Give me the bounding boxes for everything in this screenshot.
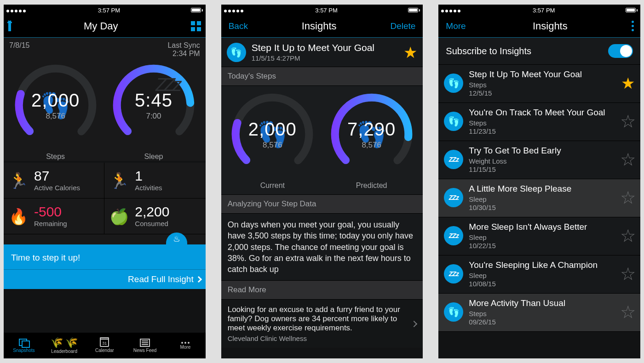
gauge-current: 👣2,0008,576 Current bbox=[229, 91, 316, 190]
insight-item-date: 09/26/15 bbox=[469, 318, 615, 326]
screen-insights-list: 3:57 PM More Insights Subscribe to Insig… bbox=[438, 5, 640, 358]
runner-icon: 🏃 bbox=[8, 171, 29, 190]
sync-time: 2:34 PM bbox=[172, 50, 200, 57]
section-read-more: Read More bbox=[221, 280, 423, 300]
bulb-icon: ♨ bbox=[173, 234, 180, 244]
insight-list-item[interactable]: ZZzTry To Get To Bed EarlyWeight Loss11/… bbox=[438, 141, 640, 179]
inbox-button[interactable] bbox=[8, 22, 11, 30]
grid-icon bbox=[191, 21, 201, 31]
predicted-goal: 8,576 bbox=[362, 141, 381, 150]
star-button[interactable]: ★ bbox=[621, 304, 635, 320]
tab-leaderboard[interactable]: 🌾 🌾Leaderboard bbox=[44, 333, 85, 358]
active-calories-value: 87 bbox=[34, 169, 80, 183]
battery-icon bbox=[191, 8, 203, 12]
insight-list-item[interactable]: ZZzMore Sleep Isn't Always BetterSleep10… bbox=[438, 217, 640, 255]
remaining-value: -500 bbox=[34, 205, 67, 219]
stat-consumed[interactable]: 🍏2,200Consumed bbox=[104, 199, 205, 234]
tab-news-label: News Feed bbox=[133, 348, 157, 353]
insight-item-title: More Activity Than Usual bbox=[469, 298, 615, 308]
insight-item-date: 12/5/15 bbox=[469, 89, 615, 97]
signal-dots-icon bbox=[224, 7, 245, 14]
sleep-badge-icon: ZZz bbox=[444, 226, 463, 245]
section-analyzing: Analyzing Your Step Data bbox=[221, 194, 423, 214]
banner-text: Time to step it up! bbox=[11, 253, 80, 262]
stat-activities[interactable]: 🏃1Activities bbox=[104, 163, 205, 199]
nav-title: My Day bbox=[84, 20, 118, 32]
remaining-label: Remaining bbox=[34, 220, 67, 227]
steps-badge-icon bbox=[444, 112, 463, 131]
insight-date: 11/5/15 4:27PM bbox=[252, 54, 404, 62]
status-time: 3:57 PM bbox=[98, 7, 120, 14]
tab-more[interactable]: More bbox=[165, 333, 206, 358]
active-calories-label: Active Calories bbox=[34, 184, 80, 192]
stat-remaining[interactable]: 🔥-500Remaining bbox=[4, 199, 104, 234]
read-full-insight-button[interactable]: Read Full Insight bbox=[4, 269, 206, 289]
read-more-source: Cleveland Clinic Wellness bbox=[228, 335, 407, 342]
stat-active-calories[interactable]: 🏃87Active Calories bbox=[4, 163, 104, 199]
gauge-predicted: 👣7,2908,576 Predicted bbox=[328, 91, 415, 190]
tab-snapshots-label: Snapshots bbox=[13, 348, 34, 353]
star-button[interactable]: ★ bbox=[621, 228, 635, 244]
insight-list-item[interactable]: More Activity Than UsualSteps09/26/15★ bbox=[438, 294, 640, 332]
tab-calendar[interactable]: 31Calendar bbox=[84, 333, 125, 358]
insight-banner[interactable]: Time to step it up! bbox=[4, 246, 206, 269]
screen-my-day: 3:57 PM My Day 7/8/15 Last Sync2:34 PM 👣… bbox=[4, 5, 206, 358]
sleep-badge-icon: ZZz bbox=[444, 188, 463, 207]
sync-bar: 7/8/15 Last Sync2:34 PM bbox=[4, 38, 206, 58]
laurel-icon: 🌾 🌾 bbox=[51, 338, 77, 348]
insight-header: Step It Up to Meet Your Goal11/5/15 4:27… bbox=[221, 38, 423, 67]
steps-goal: 8,576 bbox=[46, 112, 65, 121]
apple-icon: 🍏 bbox=[109, 207, 129, 226]
navbar: Back Insights Delete bbox=[221, 15, 423, 38]
star-button[interactable]: ★ bbox=[621, 266, 635, 282]
consumed-label: Consumed bbox=[135, 220, 169, 227]
insight-item-date: 10/30/15 bbox=[469, 204, 615, 211]
insight-item-date: 11/15/15 bbox=[469, 165, 615, 173]
back-button[interactable]: Back bbox=[226, 21, 251, 32]
flame-icon: 🔥 bbox=[8, 207, 29, 226]
delete-button[interactable]: Delete bbox=[387, 21, 418, 32]
star-button[interactable]: ★ bbox=[621, 113, 635, 129]
tab-snapshots[interactable]: Snapshots bbox=[4, 333, 44, 358]
gauge-steps[interactable]: 👣2,0008,576 Steps bbox=[12, 62, 99, 161]
navbar: More Insights bbox=[438, 15, 640, 38]
insight-list-item[interactable]: ZZzYou're Sleeping Like A ChampionSleep1… bbox=[438, 255, 640, 294]
insights-list: Step It Up To Meet Your GoalSteps12/5/15… bbox=[438, 65, 640, 332]
tab-calendar-label: Calendar bbox=[95, 348, 114, 353]
battery-icon bbox=[408, 8, 420, 12]
chevron-right-icon bbox=[411, 321, 417, 327]
gauge-sleep[interactable]: ZZz 5:457:00 Sleep bbox=[110, 62, 197, 161]
more-icon bbox=[181, 342, 190, 344]
predicted-value: 7,290 bbox=[347, 119, 396, 140]
navbar: My Day bbox=[4, 15, 206, 38]
status-time: 3:57 PM bbox=[533, 7, 555, 14]
status-bar: 3:57 PM bbox=[4, 5, 206, 15]
insight-item-category: Steps bbox=[469, 81, 615, 89]
insight-bulb-button[interactable]: ♨ bbox=[166, 233, 187, 245]
insight-item-category: Steps bbox=[469, 119, 615, 127]
menu-button[interactable] bbox=[632, 21, 636, 31]
sleep-goal: 7:00 bbox=[146, 112, 161, 121]
star-button[interactable]: ★ bbox=[403, 45, 417, 60]
insight-list-item[interactable]: Step It Up To Meet Your GoalSteps12/5/15… bbox=[438, 65, 640, 103]
current-value: 2,000 bbox=[248, 119, 297, 140]
insight-item-category: Steps bbox=[469, 310, 615, 318]
subscribe-label: Subscribe to Insights bbox=[446, 46, 531, 57]
star-button[interactable]: ★ bbox=[621, 75, 635, 91]
subscribe-toggle[interactable] bbox=[608, 44, 633, 58]
insight-list-item[interactable]: ZZzA Little More Sleep PleaseSleep10/30/… bbox=[438, 179, 640, 217]
sleep-badge-icon: ZZz bbox=[444, 264, 463, 284]
tab-news-feed[interactable]: News Feed bbox=[125, 333, 165, 358]
read-more-item[interactable]: Looking for an excuse to add a furry fri… bbox=[221, 300, 423, 348]
inbox-icon bbox=[8, 22, 11, 31]
current-goal: 8,576 bbox=[263, 141, 282, 150]
snapshots-icon bbox=[19, 339, 29, 347]
more-back-button[interactable]: More bbox=[443, 21, 468, 32]
insight-list-item[interactable]: You're On Track To Meet Your GoalSteps11… bbox=[438, 103, 640, 141]
star-button[interactable]: ★ bbox=[621, 152, 635, 167]
dashboard-button[interactable] bbox=[191, 21, 201, 31]
star-button[interactable]: ★ bbox=[621, 190, 635, 205]
stats-grid: 🏃87Active Calories 🏃1Activities 🔥-500Rem… bbox=[4, 163, 206, 234]
insight-item-category: Sleep bbox=[469, 272, 615, 279]
insight-item-title: Try To Get To Bed Early bbox=[469, 146, 615, 156]
